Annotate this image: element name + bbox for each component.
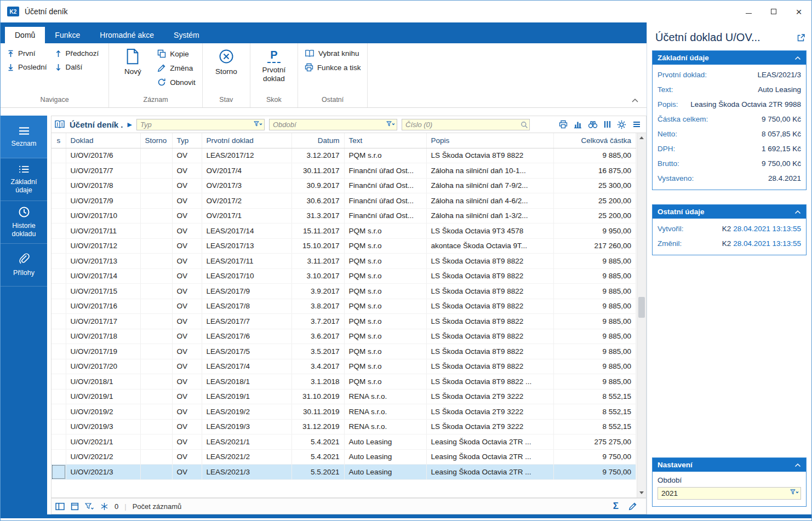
column-header[interactable]: Typ bbox=[172, 133, 202, 148]
table-cell[interactable]: OV bbox=[172, 163, 202, 179]
table-cell[interactable]: OV bbox=[172, 359, 202, 374]
table-cell[interactable] bbox=[52, 299, 66, 314]
table-cell[interactable]: LS Škoda Octavia 2T9 3222 bbox=[426, 404, 553, 420]
table-row[interactable]: U/OV/2019/2OVLEAS/2019/230.11.2019RENA s… bbox=[52, 404, 636, 420]
table-cell[interactable] bbox=[140, 314, 172, 329]
table-cell[interactable] bbox=[140, 268, 172, 284]
timestamp-link[interactable]: 28.04.2021 13:13:55 bbox=[733, 239, 801, 248]
table-cell[interactable]: 8 552,15 bbox=[553, 419, 636, 434]
card-view-icon[interactable] bbox=[71, 502, 79, 511]
table-cell[interactable]: PQM s.r.o bbox=[344, 329, 426, 344]
timestamp-link[interactable]: 28.04.2021 13:13:55 bbox=[733, 225, 801, 233]
table-cell[interactable]: PQM s.r.o bbox=[344, 268, 426, 284]
table-cell[interactable] bbox=[140, 284, 172, 299]
table-cell[interactable]: U/OV/2017/8 bbox=[66, 178, 140, 193]
table-cell[interactable]: U/OV/2017/9 bbox=[66, 193, 140, 209]
table-cell[interactable] bbox=[140, 254, 172, 269]
maximize-button[interactable] bbox=[761, 1, 786, 22]
table-cell[interactable]: 8 552,15 bbox=[553, 389, 636, 404]
table-cell[interactable]: OV bbox=[172, 419, 202, 434]
table-cell[interactable]: Záloha na silniční daň 1-3/2... bbox=[426, 208, 553, 224]
table-cell[interactable]: 9 885,00 bbox=[553, 314, 636, 329]
table-cell[interactable]: 9 750,00 bbox=[553, 465, 636, 480]
table-cell[interactable]: 3.1.2018 bbox=[291, 374, 344, 390]
table-cell[interactable]: OV bbox=[172, 193, 202, 209]
filter-cislo-input[interactable] bbox=[402, 119, 530, 130]
sidebar-item-seznam[interactable]: Seznam bbox=[1, 116, 47, 158]
table-cell[interactable]: U/OV/2017/17 bbox=[66, 314, 140, 329]
sum-icon[interactable]: Σ bbox=[613, 501, 619, 512]
table-cell[interactable]: akontace Škoda Octavia 9T... bbox=[426, 238, 553, 254]
table-row[interactable]: U/OV/2019/3OVLEAS/2019/331.12.2019RENA s… bbox=[52, 419, 636, 434]
table-cell[interactable]: U/OV/2017/18 bbox=[66, 329, 140, 344]
table-cell[interactable]: OV/2017/1 bbox=[202, 208, 291, 224]
table-cell[interactable]: PQM s.r.o bbox=[344, 284, 426, 299]
table-cell[interactable]: LEAS/2017/13 bbox=[202, 238, 291, 254]
close-button[interactable]: × bbox=[786, 1, 811, 22]
table-row[interactable]: U/OV/2019/1OVLEAS/2019/131.10.2019RENA s… bbox=[52, 389, 636, 404]
table-cell[interactable] bbox=[140, 419, 172, 434]
table-cell[interactable]: LS Škoda Octavia 8T9 8822 bbox=[426, 254, 553, 269]
column-header[interactable]: Text bbox=[344, 133, 426, 148]
table-cell[interactable]: OV bbox=[172, 208, 202, 224]
table-cell[interactable]: 30.6.2017 bbox=[291, 193, 344, 209]
table-cell[interactable]: OV/2017/2 bbox=[202, 193, 291, 209]
table-cell[interactable]: Auto Leasing bbox=[344, 465, 426, 480]
table-cell[interactable]: OV bbox=[172, 224, 202, 239]
table-row[interactable]: U/OV/2021/2OVLEAS/2021/25.4.2021Auto Lea… bbox=[52, 449, 636, 465]
chevron-up-icon[interactable] bbox=[794, 56, 801, 60]
table-cell[interactable]: PQM s.r.o bbox=[344, 359, 426, 374]
period-input[interactable] bbox=[657, 487, 801, 500]
table-cell[interactable]: LS Škoda Octavia 8T9 8822 bbox=[426, 148, 553, 163]
table-cell[interactable]: 9 750,00 bbox=[553, 449, 636, 465]
table-cell[interactable] bbox=[140, 299, 172, 314]
table-cell[interactable]: Finanční úřad Ost... bbox=[344, 163, 426, 179]
open-in-window-icon[interactable] bbox=[797, 33, 805, 42]
table-cell[interactable]: Auto Leasing bbox=[344, 434, 426, 450]
table-cell[interactable]: LEAS/2017/11 bbox=[202, 254, 291, 269]
table-cell[interactable]: LS Škoda Octavia 2T9 3222 bbox=[426, 419, 553, 434]
records-count-label[interactable]: Počet záznamů bbox=[133, 502, 182, 511]
table-cell[interactable] bbox=[140, 465, 172, 480]
table-cell[interactable] bbox=[140, 148, 172, 163]
table-cell[interactable]: Finanční úřad Ost... bbox=[344, 208, 426, 224]
column-header[interactable]: s bbox=[52, 133, 66, 148]
table-row[interactable]: U/OV/2021/1OVLEAS/2021/15.4.2021Auto Lea… bbox=[52, 434, 636, 450]
table-cell[interactable]: LEAS/2017/4 bbox=[202, 359, 291, 374]
vertical-scrollbar[interactable] bbox=[637, 133, 646, 497]
table-cell[interactable]: U/OV/2021/3 bbox=[66, 465, 140, 480]
table-cell[interactable]: Záloha na silniční daň 7-9/2... bbox=[426, 178, 553, 193]
column-header[interactable]: Datum bbox=[291, 133, 344, 148]
table-cell[interactable]: 9 885,00 bbox=[553, 359, 636, 374]
sidebar-item-historie-dokladu[interactable]: Historie dokladu bbox=[1, 201, 47, 244]
gear-icon[interactable] bbox=[617, 120, 626, 129]
table-cell[interactable] bbox=[52, 178, 66, 193]
table-cell[interactable]: LEAS/2021/1 bbox=[202, 434, 291, 450]
table-cell[interactable]: PQM s.r.o bbox=[344, 314, 426, 329]
table-cell[interactable]: U/OV/2017/14 bbox=[66, 268, 140, 284]
table-cell[interactable]: U/OV/2017/13 bbox=[66, 254, 140, 269]
table-cell[interactable]: PQM s.r.o bbox=[344, 224, 426, 239]
table-cell[interactable] bbox=[140, 449, 172, 465]
tab-hromadne-akce[interactable]: Hromadné akce bbox=[90, 27, 164, 43]
table-cell[interactable]: 25 200,00 bbox=[553, 193, 636, 209]
table-cell[interactable]: 3.12.2017 bbox=[291, 148, 344, 163]
table-cell[interactable]: OV bbox=[172, 148, 202, 163]
column-header[interactable]: Prvotní doklad bbox=[202, 133, 291, 148]
previous-record-button[interactable]: Předchozí bbox=[55, 49, 99, 58]
table-cell[interactable]: U/OV/2019/3 bbox=[66, 419, 140, 434]
table-cell[interactable]: 9 885,00 bbox=[553, 254, 636, 269]
table-cell[interactable]: LEAS/2019/3 bbox=[202, 419, 291, 434]
table-cell[interactable]: 5.4.2021 bbox=[291, 449, 344, 465]
table-row[interactable]: U/OV/2018/1OVLEAS/2018/13.1.2018PQM s.r.… bbox=[52, 374, 636, 390]
table-cell[interactable]: 9 885,00 bbox=[553, 299, 636, 314]
table-cell[interactable]: OV bbox=[172, 434, 202, 450]
table-cell[interactable]: LEAS/2017/6 bbox=[202, 329, 291, 344]
table-cell[interactable]: 217 260,00 bbox=[553, 238, 636, 254]
table-cell[interactable]: LS Škoda Octavia 8T9 8822 bbox=[426, 329, 553, 344]
table-cell[interactable]: U/OV/2017/15 bbox=[66, 284, 140, 299]
table-cell[interactable] bbox=[52, 284, 66, 299]
columns-icon[interactable] bbox=[603, 120, 611, 129]
scroll-down-button[interactable] bbox=[637, 488, 646, 497]
table-row[interactable]: U/OV/2017/9OVOV/2017/230.6.2017Finanční … bbox=[52, 193, 636, 209]
